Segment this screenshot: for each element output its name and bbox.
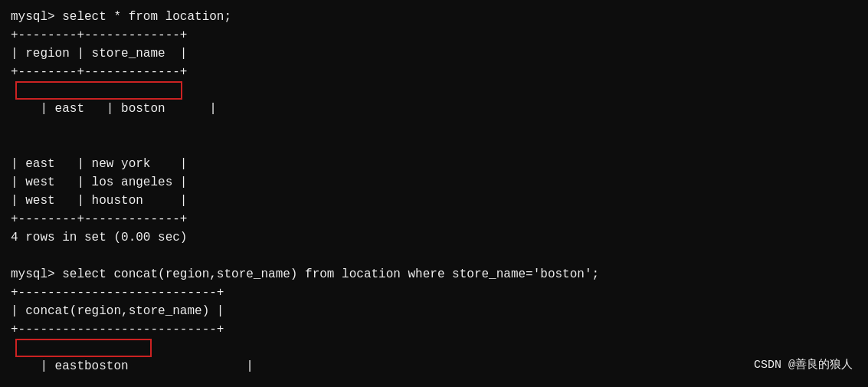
query1-result: 4 rows in set (0.00 sec) (11, 228, 857, 247)
query1-header: | region | store_name | (11, 44, 857, 63)
query1-border-bot: +--------+-------------+ (11, 210, 857, 228)
query1-border-top: +--------+-------------+ (11, 26, 857, 44)
blank-line-1 (11, 247, 857, 265)
query1-row-1: | east | boston | (11, 81, 857, 155)
query2-row-1: | eastboston | (11, 339, 857, 387)
query2-row1-text: | eastboston | (40, 359, 253, 373)
query2-prompt: mysql> select concat(region,store_name) … (11, 265, 857, 284)
query1-row-4: | west | houston | (11, 192, 857, 210)
eastboston-highlight (15, 339, 152, 357)
query2-header: | concat(region,store_name) | (11, 302, 857, 320)
query1-row-3: | west | los angeles | (11, 173, 857, 192)
terminal-window: mysql> select * from location; +--------… (0, 0, 868, 387)
query2-border-top: +---------------------------+ (11, 284, 857, 302)
query1-prompt: mysql> select * from location; (11, 8, 857, 26)
east-boston-highlight (15, 81, 182, 100)
query1-row-2: | east | new york | (11, 155, 857, 173)
watermark: CSDN @善良的狼人 (754, 357, 853, 372)
query1-row1-text: | east | boston | (40, 102, 216, 116)
query1-border-mid: +--------+-------------+ (11, 63, 857, 81)
query2-border-mid: +---------------------------+ (11, 320, 857, 339)
